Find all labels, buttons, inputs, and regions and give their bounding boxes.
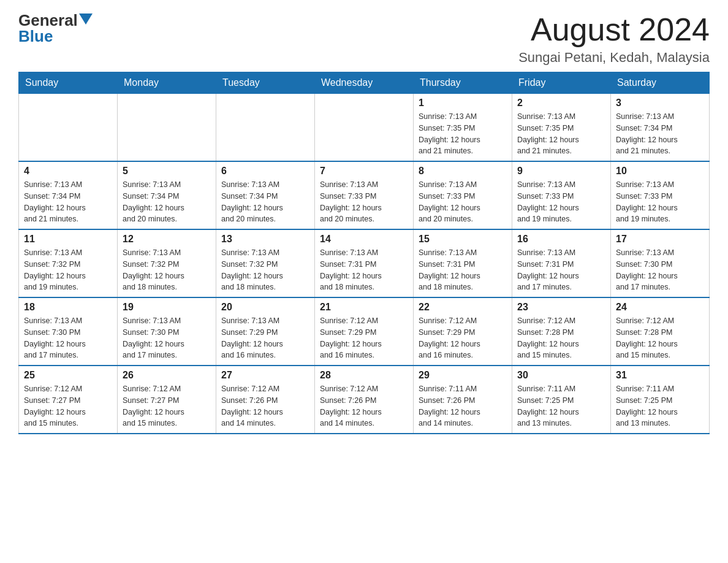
day-info: Sunrise: 7:11 AM Sunset: 7:25 PM Dayligh… bbox=[616, 383, 704, 429]
calendar-cell: 23Sunrise: 7:12 AM Sunset: 7:28 PM Dayli… bbox=[512, 297, 611, 366]
day-header-friday: Friday bbox=[512, 72, 611, 94]
day-info: Sunrise: 7:13 AM Sunset: 7:33 PM Dayligh… bbox=[517, 179, 605, 225]
day-number: 5 bbox=[123, 166, 211, 177]
day-number: 10 bbox=[616, 166, 704, 177]
calendar-cell: 11Sunrise: 7:13 AM Sunset: 7:32 PM Dayli… bbox=[19, 229, 118, 297]
day-info: Sunrise: 7:13 AM Sunset: 7:31 PM Dayligh… bbox=[320, 247, 408, 293]
logo-triangle-icon bbox=[79, 13, 93, 25]
calendar-cell: 10Sunrise: 7:13 AM Sunset: 7:33 PM Dayli… bbox=[611, 161, 710, 229]
day-info: Sunrise: 7:13 AM Sunset: 7:33 PM Dayligh… bbox=[419, 179, 507, 225]
day-number: 7 bbox=[320, 166, 408, 177]
calendar-cell: 14Sunrise: 7:13 AM Sunset: 7:31 PM Dayli… bbox=[315, 229, 414, 297]
location-title: Sungai Petani, Kedah, Malaysia bbox=[518, 50, 710, 66]
days-header-row: SundayMondayTuesdayWednesdayThursdayFrid… bbox=[19, 72, 710, 94]
day-info: Sunrise: 7:13 AM Sunset: 7:32 PM Dayligh… bbox=[24, 247, 112, 293]
month-title: August 2024 bbox=[518, 12, 710, 47]
day-info: Sunrise: 7:13 AM Sunset: 7:34 PM Dayligh… bbox=[221, 179, 309, 225]
day-number: 3 bbox=[616, 98, 704, 109]
day-number: 27 bbox=[221, 370, 309, 381]
day-info: Sunrise: 7:13 AM Sunset: 7:33 PM Dayligh… bbox=[320, 179, 408, 225]
day-info: Sunrise: 7:13 AM Sunset: 7:32 PM Dayligh… bbox=[123, 247, 211, 293]
day-number: 9 bbox=[517, 166, 605, 177]
logo-blue-text: Blue bbox=[18, 28, 93, 44]
day-info: Sunrise: 7:12 AM Sunset: 7:27 PM Dayligh… bbox=[24, 383, 112, 429]
calendar-cell: 9Sunrise: 7:13 AM Sunset: 7:33 PM Daylig… bbox=[512, 161, 611, 229]
day-header-tuesday: Tuesday bbox=[216, 72, 315, 94]
day-header-thursday: Thursday bbox=[414, 72, 512, 94]
day-info: Sunrise: 7:12 AM Sunset: 7:28 PM Dayligh… bbox=[517, 315, 605, 361]
calendar-cell: 19Sunrise: 7:13 AM Sunset: 7:30 PM Dayli… bbox=[118, 297, 216, 366]
calendar-cell: 17Sunrise: 7:13 AM Sunset: 7:30 PM Dayli… bbox=[611, 229, 710, 297]
calendar-cell bbox=[19, 94, 118, 162]
calendar-cell bbox=[315, 94, 414, 162]
day-number: 26 bbox=[123, 370, 211, 381]
calendar-cell: 5Sunrise: 7:13 AM Sunset: 7:34 PM Daylig… bbox=[118, 161, 216, 229]
calendar-cell: 18Sunrise: 7:13 AM Sunset: 7:30 PM Dayli… bbox=[19, 297, 118, 366]
day-number: 20 bbox=[221, 302, 309, 313]
day-header-saturday: Saturday bbox=[611, 72, 710, 94]
day-number: 30 bbox=[517, 370, 605, 381]
calendar-cell: 12Sunrise: 7:13 AM Sunset: 7:32 PM Dayli… bbox=[118, 229, 216, 297]
day-header-wednesday: Wednesday bbox=[315, 72, 414, 94]
day-info: Sunrise: 7:12 AM Sunset: 7:26 PM Dayligh… bbox=[320, 383, 408, 429]
day-number: 31 bbox=[616, 370, 704, 381]
day-number: 4 bbox=[24, 166, 112, 177]
calendar-cell: 24Sunrise: 7:12 AM Sunset: 7:28 PM Dayli… bbox=[611, 297, 710, 366]
day-number: 24 bbox=[616, 302, 704, 313]
calendar-cell: 3Sunrise: 7:13 AM Sunset: 7:34 PM Daylig… bbox=[611, 94, 710, 162]
day-number: 12 bbox=[123, 234, 211, 245]
svg-marker-0 bbox=[79, 13, 93, 25]
day-number: 16 bbox=[517, 234, 605, 245]
calendar-cell: 21Sunrise: 7:12 AM Sunset: 7:29 PM Dayli… bbox=[315, 297, 414, 366]
calendar-cell: 13Sunrise: 7:13 AM Sunset: 7:32 PM Dayli… bbox=[216, 229, 315, 297]
calendar-cell: 22Sunrise: 7:12 AM Sunset: 7:29 PM Dayli… bbox=[414, 297, 512, 366]
day-number: 6 bbox=[221, 166, 309, 177]
calendar-cell: 16Sunrise: 7:13 AM Sunset: 7:31 PM Dayli… bbox=[512, 229, 611, 297]
calendar-cell: 25Sunrise: 7:12 AM Sunset: 7:27 PM Dayli… bbox=[19, 366, 118, 434]
day-number: 15 bbox=[419, 234, 507, 245]
calendar-cell: 26Sunrise: 7:12 AM Sunset: 7:27 PM Dayli… bbox=[118, 366, 216, 434]
day-number: 14 bbox=[320, 234, 408, 245]
day-info: Sunrise: 7:13 AM Sunset: 7:29 PM Dayligh… bbox=[221, 315, 309, 361]
day-info: Sunrise: 7:13 AM Sunset: 7:35 PM Dayligh… bbox=[517, 111, 605, 157]
day-number: 29 bbox=[419, 370, 507, 381]
day-number: 21 bbox=[320, 302, 408, 313]
day-info: Sunrise: 7:12 AM Sunset: 7:26 PM Dayligh… bbox=[221, 383, 309, 429]
calendar-cell: 27Sunrise: 7:12 AM Sunset: 7:26 PM Dayli… bbox=[216, 366, 315, 434]
day-info: Sunrise: 7:12 AM Sunset: 7:29 PM Dayligh… bbox=[419, 315, 507, 361]
day-info: Sunrise: 7:12 AM Sunset: 7:29 PM Dayligh… bbox=[320, 315, 408, 361]
day-info: Sunrise: 7:12 AM Sunset: 7:27 PM Dayligh… bbox=[123, 383, 211, 429]
day-info: Sunrise: 7:12 AM Sunset: 7:28 PM Dayligh… bbox=[616, 315, 704, 361]
day-info: Sunrise: 7:13 AM Sunset: 7:31 PM Dayligh… bbox=[517, 247, 605, 293]
day-number: 23 bbox=[517, 302, 605, 313]
day-number: 18 bbox=[24, 302, 112, 313]
calendar-cell: 8Sunrise: 7:13 AM Sunset: 7:33 PM Daylig… bbox=[414, 161, 512, 229]
day-info: Sunrise: 7:13 AM Sunset: 7:32 PM Dayligh… bbox=[221, 247, 309, 293]
calendar-cell: 31Sunrise: 7:11 AM Sunset: 7:25 PM Dayli… bbox=[611, 366, 710, 434]
calendar-cell: 1Sunrise: 7:13 AM Sunset: 7:35 PM Daylig… bbox=[414, 94, 512, 162]
day-info: Sunrise: 7:11 AM Sunset: 7:26 PM Dayligh… bbox=[419, 383, 507, 429]
week-row-1: 1Sunrise: 7:13 AM Sunset: 7:35 PM Daylig… bbox=[19, 94, 710, 162]
day-number: 1 bbox=[419, 98, 507, 109]
calendar-cell: 2Sunrise: 7:13 AM Sunset: 7:35 PM Daylig… bbox=[512, 94, 611, 162]
calendar-cell: 29Sunrise: 7:11 AM Sunset: 7:26 PM Dayli… bbox=[414, 366, 512, 434]
calendar-cell: 30Sunrise: 7:11 AM Sunset: 7:25 PM Dayli… bbox=[512, 366, 611, 434]
day-info: Sunrise: 7:13 AM Sunset: 7:34 PM Dayligh… bbox=[123, 179, 211, 225]
day-header-sunday: Sunday bbox=[19, 72, 118, 94]
calendar-cell: 4Sunrise: 7:13 AM Sunset: 7:34 PM Daylig… bbox=[19, 161, 118, 229]
calendar-cell: 6Sunrise: 7:13 AM Sunset: 7:34 PM Daylig… bbox=[216, 161, 315, 229]
week-row-4: 18Sunrise: 7:13 AM Sunset: 7:30 PM Dayli… bbox=[19, 297, 710, 366]
day-info: Sunrise: 7:13 AM Sunset: 7:34 PM Dayligh… bbox=[24, 179, 112, 225]
day-number: 22 bbox=[419, 302, 507, 313]
calendar-cell bbox=[118, 94, 216, 162]
calendar-cell: 15Sunrise: 7:13 AM Sunset: 7:31 PM Dayli… bbox=[414, 229, 512, 297]
day-number: 13 bbox=[221, 234, 309, 245]
calendar-cell: 20Sunrise: 7:13 AM Sunset: 7:29 PM Dayli… bbox=[216, 297, 315, 366]
week-row-3: 11Sunrise: 7:13 AM Sunset: 7:32 PM Dayli… bbox=[19, 229, 710, 297]
day-info: Sunrise: 7:13 AM Sunset: 7:30 PM Dayligh… bbox=[24, 315, 112, 361]
logo: General Blue bbox=[18, 12, 93, 44]
day-header-monday: Monday bbox=[118, 72, 216, 94]
day-number: 25 bbox=[24, 370, 112, 381]
day-number: 19 bbox=[123, 302, 211, 313]
calendar-cell: 7Sunrise: 7:13 AM Sunset: 7:33 PM Daylig… bbox=[315, 161, 414, 229]
